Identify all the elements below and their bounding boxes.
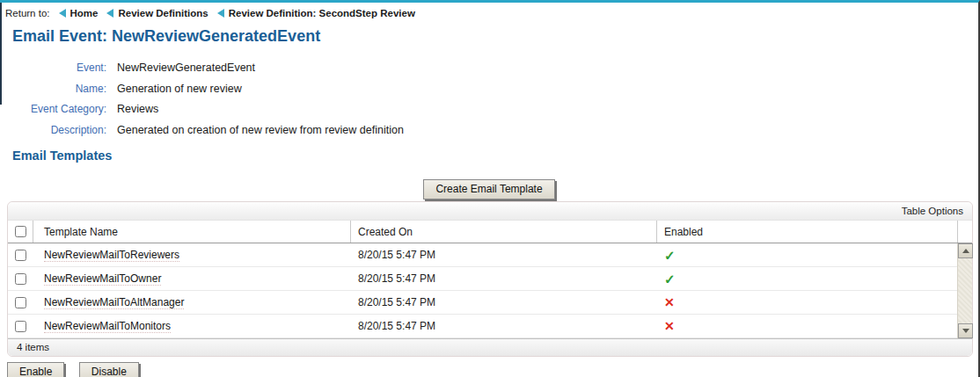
column-header-created-on[interactable]: Created On	[351, 221, 657, 243]
detail-row-name: Name: Generation of new review	[0, 79, 978, 100]
window-left-border	[0, 3, 2, 105]
disable-button[interactable]: Disable	[79, 362, 139, 377]
scroll-up-icon	[962, 249, 969, 253]
table-rows: NewReviewMailToReviewers 8/20/15 5:47 PM…	[8, 243, 957, 338]
detail-row-category: Event Category: Reviews	[0, 99, 978, 120]
scroll-down-icon	[962, 329, 969, 333]
table-body: NewReviewMailToReviewers 8/20/15 5:47 PM…	[8, 243, 972, 338]
breadcrumb-arrow-icon	[59, 9, 66, 18]
table-row[interactable]: NewReviewMailToReviewers 8/20/15 5:47 PM…	[8, 243, 957, 267]
return-to-label: Return to:	[5, 8, 50, 18]
create-template-row: Create Email Template	[0, 179, 978, 199]
table-row[interactable]: NewReviewMailToMonitors 8/20/15 5:47 PM …	[8, 315, 957, 338]
create-email-template-button[interactable]: Create Email Template	[423, 179, 554, 199]
detail-value: Reviews	[117, 99, 158, 120]
detail-row-event: Event: NewReviewGeneratedEvent	[0, 58, 978, 79]
template-name-link[interactable]: NewReviewMailToAltManager	[44, 296, 184, 309]
detail-label: Event:	[0, 58, 106, 79]
table-scrollbar[interactable]	[957, 243, 972, 338]
column-header-enabled[interactable]: Enabled	[657, 221, 958, 243]
template-name-link[interactable]: NewReviewMailToMonitors	[44, 320, 171, 333]
row-checkbox[interactable]	[15, 250, 26, 261]
scrollbar-track[interactable]	[958, 258, 972, 323]
header-select-all-cell	[8, 221, 33, 243]
template-name-link[interactable]: NewReviewMailToReviewers	[44, 249, 179, 262]
enabled-status-icon: ✓	[664, 272, 676, 286]
row-checkbox[interactable]	[15, 321, 26, 332]
breadcrumb-link-review-definition[interactable]: Review Definition: SecondStep Review	[217, 8, 415, 18]
table-footer: 4 items	[8, 338, 972, 356]
detail-value: Generated on creation of new review from…	[117, 120, 404, 141]
detail-label: Name:	[0, 79, 106, 100]
page-title: Email Event: NewReviewGeneratedEvent	[12, 26, 978, 46]
column-header-template-name[interactable]: Template Name	[33, 221, 351, 243]
enabled-status-icon: ✕	[664, 320, 675, 332]
breadcrumb-link-home[interactable]: Home	[59, 8, 99, 18]
header-scrollbar-stub	[958, 221, 972, 243]
breadcrumb-arrow-icon	[217, 9, 224, 18]
detail-row-description: Description: Generated on creation of ne…	[0, 120, 978, 141]
created-on-value: 8/20/15 5:47 PM	[351, 315, 657, 337]
created-on-value: 8/20/15 5:47 PM	[351, 267, 657, 290]
email-templates-table: Table Options Template Name Created On E…	[7, 201, 973, 357]
row-checkbox[interactable]	[15, 297, 26, 308]
created-on-value: 8/20/15 5:47 PM	[351, 243, 657, 266]
table-header-row: Template Name Created On Enabled	[8, 221, 972, 243]
scroll-up-button[interactable]	[958, 243, 973, 258]
created-on-value: 8/20/15 5:47 PM	[351, 291, 657, 314]
breadcrumb-arrow-icon	[106, 9, 113, 18]
email-templates-heading: Email Templates	[12, 148, 978, 163]
detail-label: Description:	[0, 120, 106, 141]
template-name-link[interactable]: NewReviewMailToOwner	[44, 272, 161, 286]
enabled-status-icon: ✓	[664, 249, 676, 262]
item-count: 4 items	[17, 342, 49, 352]
scroll-down-button[interactable]	[958, 323, 973, 338]
event-details: Event: NewReviewGeneratedEvent Name: Gen…	[0, 58, 978, 141]
table-options-strip: Table Options	[8, 202, 972, 221]
enable-button[interactable]: Enable	[7, 362, 64, 377]
detail-label: Event Category:	[0, 99, 106, 120]
detail-value: Generation of new review	[117, 79, 242, 100]
detail-value: NewReviewGeneratedEvent	[117, 58, 255, 79]
enabled-status-icon: ✕	[664, 296, 675, 308]
table-row[interactable]: NewReviewMailToOwner 8/20/15 5:47 PM ✓	[8, 267, 957, 291]
table-row[interactable]: NewReviewMailToAltManager 8/20/15 5:47 P…	[8, 291, 957, 315]
bulk-actions: Enable Disable	[7, 362, 978, 377]
row-checkbox[interactable]	[15, 273, 26, 285]
breadcrumb-link-review-definitions[interactable]: Review Definitions	[106, 8, 208, 18]
breadcrumb: Return to: Home Review Definitions Revie…	[0, 3, 978, 18]
table-options-link[interactable]: Table Options	[902, 206, 963, 216]
select-all-checkbox[interactable]	[15, 226, 26, 237]
